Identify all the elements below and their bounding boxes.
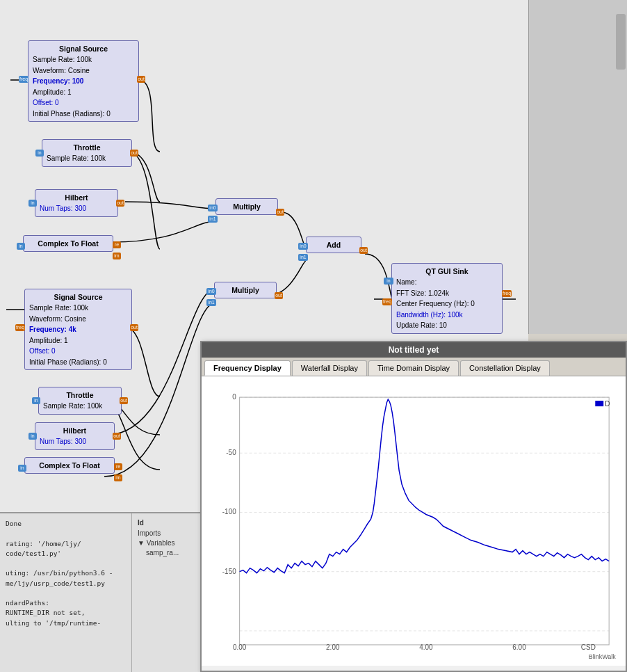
hilbert-1-title: Hilbert [40, 192, 113, 203]
complex-to-float-2-block[interactable]: Complex To Float in re im [24, 457, 115, 474]
throttle-1-in-port[interactable]: in [35, 150, 44, 157]
qt-sink-title: QT GUI Sink [396, 266, 498, 277]
frequency-plot: Relative Gain (dB) 0 -50 -100 -150 0.00 … [202, 376, 626, 666]
svg-text:D: D [605, 400, 610, 408]
c2f-2-im-port[interactable]: im [114, 474, 122, 481]
qt-sink-fft: FFT Size: 1.024k [396, 288, 498, 299]
ss2-waveform: Waveform: Cosine [29, 314, 127, 325]
multiply-1-title: Multiply [220, 201, 273, 212]
qt-sink-in-port[interactable]: in [384, 278, 393, 285]
signal-source-1-title: Signal Source [33, 43, 134, 54]
svg-text:-50: -50 [226, 449, 236, 456]
mult1-out-port[interactable]: out [276, 209, 284, 216]
ss2-phase: Initial Phase (Radians): 0 [29, 357, 127, 368]
hilbert-1-block[interactable]: Hilbert Num Taps: 300 in out [35, 189, 118, 217]
ss1-waveform: Waveform: Cosine [33, 65, 134, 77]
qt-gui-sink-block[interactable]: QT GUI Sink Name: FFT Size: 1.024k Cente… [391, 263, 503, 334]
complex-to-float-1-block[interactable]: Complex To Float in re im [23, 235, 113, 252]
ss2-sample-rate: Sample Rate: 100k [29, 303, 127, 314]
qt-sink-bw: Bandwidth (Hz): 100k [396, 310, 498, 321]
ss1-frequency: Frequency: 100 [33, 76, 134, 87]
ss2-offset: Offset: 0 [29, 346, 127, 357]
qt-sink-cf: Center Frequency (Hz): 0 [396, 298, 498, 310]
hilbert-2-taps: Num Taps: 300 [40, 436, 110, 447]
ss2-title: Signal Source [29, 291, 127, 303]
hilbert-2-block[interactable]: Hilbert Num Taps: 300 in out [35, 422, 115, 450]
throttle-2-block[interactable]: Throttle Sample Rate: 100k in out [38, 387, 122, 415]
c2f-1-title: Complex To Float [28, 238, 108, 249]
ss1-phase: Initial Phase (Radians): 0 [33, 109, 134, 120]
throttle-2-out-port[interactable]: out [120, 397, 128, 404]
bottom-left-panel: Done rating: '/home/ljy/ code/test1.py' … [0, 513, 132, 672]
hilbert-2-in-port[interactable]: in [28, 433, 37, 440]
c2f-1-in-port[interactable]: in [17, 243, 25, 250]
throttle-1-title: Throttle [47, 142, 127, 153]
svg-text:-150: -150 [222, 568, 236, 575]
c2f-2-title: Complex To Float [29, 460, 110, 471]
qt-sink-freq-port[interactable]: freq [502, 290, 512, 297]
svg-rect-0 [202, 376, 626, 666]
svg-rect-18 [595, 401, 603, 406]
c2f-1-re-port[interactable]: re [113, 241, 121, 248]
add-in0-port[interactable]: in0 [298, 243, 308, 250]
mult2-in0-port[interactable]: in0 [206, 288, 216, 295]
svg-text:4.00: 4.00 [419, 643, 433, 651]
add-title: Add [311, 239, 357, 250]
svg-text:-100: -100 [222, 508, 236, 515]
add-out-port[interactable]: out [359, 247, 368, 254]
throttle-1-block[interactable]: Throttle Sample Rate: 100k in out [42, 139, 132, 167]
ss1-out-port[interactable]: out [137, 76, 145, 83]
mult1-in0-port[interactable]: in0 [208, 205, 218, 211]
add-block[interactable]: Add in0 in1 out [306, 237, 361, 253]
ss2-out-port[interactable]: out [130, 324, 138, 331]
throttle-1-out-port[interactable]: out [130, 150, 138, 157]
ss1-sample-rate: Sample Rate: 100k [33, 54, 134, 65]
svg-text:0: 0 [232, 393, 236, 401]
multiply-2-block[interactable]: Multiply in0 in1 out [214, 282, 277, 298]
c2f-2-in-port[interactable]: in [18, 465, 26, 472]
ss2-frequency: Frequency: 4k [29, 324, 127, 335]
signal-source-1-block[interactable]: Signal Source Sample Rate: 100k Waveform… [28, 40, 139, 122]
hilbert-2-title: Hilbert [40, 425, 110, 436]
c2f-1-im-port[interactable]: im [113, 253, 121, 259]
tab-time-domain-display[interactable]: Time Domain Display [368, 360, 459, 376]
tab-frequency-display[interactable]: Frequency Display [204, 360, 291, 376]
hilbert-1-out-port[interactable]: out [116, 200, 124, 207]
multiply-2-title: Multiply [219, 285, 272, 296]
qt-sink-name: Name: [396, 277, 498, 288]
mult1-in1-port[interactable]: in1 [208, 216, 218, 223]
hilbert-1-in-port[interactable]: in [28, 200, 37, 207]
tab-constellation-display[interactable]: Constellation Display [460, 360, 550, 376]
tab-waterfall-display[interactable]: Waterfall Display [292, 360, 367, 376]
hilbert-1-taps: Num Taps: 300 [40, 203, 113, 214]
ss1-offset: Offset: 0 [33, 97, 134, 109]
ss2-freq-port[interactable]: freq [15, 324, 25, 331]
bottom-log: Done rating: '/home/ljy/ code/test1.py' … [6, 519, 126, 628]
qt-gui-window[interactable]: Not titled yet Frequency Display Waterfa… [200, 341, 627, 672]
add-in1-port[interactable]: in1 [298, 254, 308, 261]
qt-tab-bar: Frequency Display Waterfall Display Time… [202, 358, 626, 376]
ss1-amplitude: Amplitude: 1 [33, 87, 134, 98]
svg-text:0.00: 0.00 [233, 643, 247, 651]
mult2-in1-port[interactable]: in1 [206, 299, 216, 306]
ss1-freq-port[interactable]: freq [19, 76, 28, 83]
throttle-2-title: Throttle [43, 390, 117, 401]
svg-text:2.00: 2.00 [326, 643, 340, 651]
svg-text:6.00: 6.00 [512, 643, 526, 651]
scrollbar-thumb[interactable] [616, 14, 626, 70]
mult2-out-port[interactable]: out [275, 292, 283, 299]
throttle-2-sr: Sample Rate: 100k [43, 401, 117, 412]
signal-source-2-block[interactable]: Signal Source Sample Rate: 100k Waveform… [24, 289, 132, 370]
multiply-1-block[interactable]: Multiply in0 in1 out [215, 198, 278, 215]
svg-text:CSD: CSD [581, 643, 596, 651]
c2f-2-re-port[interactable]: re [114, 463, 122, 470]
svg-text:BlinkWalk: BlinkWalk [589, 653, 616, 660]
scrollbar-area [528, 0, 627, 334]
throttle-2-in-port[interactable]: in [32, 397, 40, 404]
throttle-1-sample-rate: Sample Rate: 100k [47, 153, 127, 164]
qt-window-titlebar: Not titled yet [202, 342, 626, 358]
hilbert-2-out-port[interactable]: out [113, 433, 121, 440]
qt-sink-ur: Update Rate: 10 [396, 320, 498, 331]
qt-sink-freq2-port[interactable]: freq [382, 298, 392, 305]
qt-plot-area: Relative Gain (dB) 0 -50 -100 -150 0.00 … [202, 376, 626, 666]
